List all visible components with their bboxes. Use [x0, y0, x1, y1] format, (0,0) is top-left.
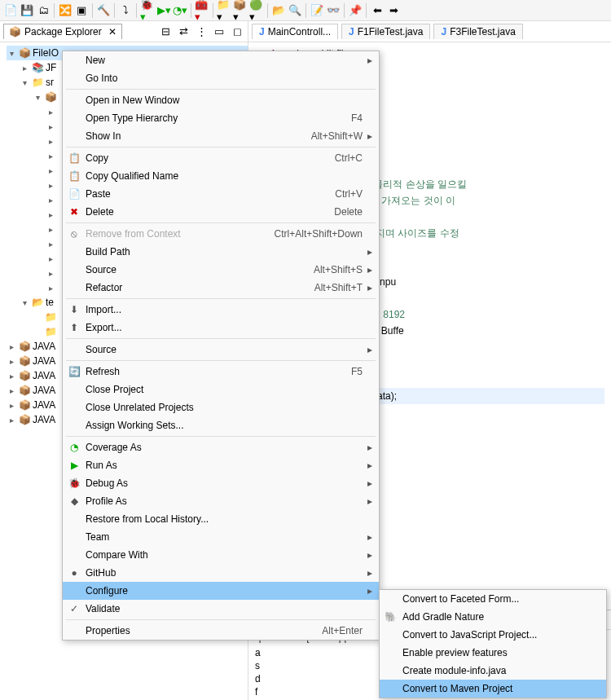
menu-item-assign-working-sets-[interactable]: Assign Working Sets... [63, 416, 379, 434]
debug-icon[interactable]: 🐞▾ [140, 3, 155, 18]
package-explorer-tab[interactable]: 📦 Package Explorer ✕ [3, 24, 122, 39]
menu-item-refactor[interactable]: RefactorAlt+Shift+T▸ [63, 279, 379, 297]
menu-item-build-path[interactable]: Build Path▸ [63, 243, 379, 261]
submenu-item-convert-to-faceted-form-[interactable]: Convert to Faceted Form... [380, 590, 606, 608]
menu-item-show-in[interactable]: Show InAlt+Shift+W▸ [63, 127, 379, 145]
expand-arrow-icon[interactable]: ▸ [46, 137, 55, 146]
expand-arrow-icon[interactable]: ▸ [46, 166, 55, 175]
expand-arrow-icon[interactable]: ▸ [7, 357, 16, 366]
menu-item-configure[interactable]: Configure▸ [63, 582, 379, 600]
submenu-item-enable-preview-features[interactable]: Enable preview features [380, 644, 606, 662]
collapse-icon[interactable]: ⊟ [158, 24, 173, 39]
new-project-icon[interactable]: 📁▾ [217, 3, 231, 18]
menu-item-import-[interactable]: ⬇Import... [63, 301, 379, 319]
menu-item-github[interactable]: ●GitHub▸ [63, 564, 379, 582]
build-icon[interactable]: 🔨 [96, 3, 111, 18]
expand-arrow-icon[interactable]: ▸ [46, 152, 55, 161]
menu-item-open-type-hierarchy[interactable]: Open Type HierarchyF4 [63, 109, 379, 127]
editor-tab[interactable]: JF1FileTest.java [341, 24, 430, 39]
expand-arrow-icon[interactable]: ▸ [46, 181, 55, 190]
new-icon[interactable]: 📄 [3, 3, 18, 18]
run-icon[interactable]: ▶▾ [156, 3, 171, 18]
menu-item-delete[interactable]: ✖DeleteDelete [63, 203, 379, 221]
menu-item-source[interactable]: Source▸ [63, 341, 379, 359]
expand-arrow-icon[interactable]: ▸ [46, 284, 55, 293]
menu-item-coverage-as[interactable]: ◔Coverage As▸ [63, 438, 379, 456]
expand-arrow-icon[interactable]: ▸ [7, 372, 16, 381]
expand-arrow-icon[interactable]: ▸ [46, 122, 55, 131]
switch-icon[interactable]: 🔀 [58, 3, 73, 18]
open-type-icon[interactable]: 📂 [271, 3, 286, 18]
filter-icon[interactable]: ⋮ [194, 24, 209, 39]
menu-item-close-unrelated-projects[interactable]: Close Unrelated Projects [63, 398, 379, 416]
submenu-item-convert-to-javascript-project-[interactable]: Convert to JavaScript Project... [380, 626, 606, 644]
menu-item-icon: ⬇ [66, 304, 82, 315]
context-menu[interactable]: New▸Go IntoOpen in New WindowOpen Type H… [62, 51, 380, 641]
expand-arrow-icon[interactable]: ▾ [7, 49, 16, 58]
submenu-item-create-module-info-java[interactable]: Create module-info.java [380, 662, 606, 680]
maximize-icon[interactable]: ◻ [230, 24, 244, 39]
expand-arrow-icon[interactable]: ▸ [46, 225, 55, 234]
expand-arrow-icon[interactable]: ▸ [46, 210, 55, 219]
back-icon[interactable]: ⬅ [370, 3, 385, 18]
task-icon[interactable]: 👓 [326, 3, 341, 18]
menu-item-run-as[interactable]: ▶Run As▸ [63, 456, 379, 474]
menu-shortcut: Alt+Shift+S [304, 264, 363, 275]
search-icon[interactable]: 🔍 [288, 3, 302, 18]
expand-arrow-icon[interactable]: ▸ [20, 64, 29, 73]
package-icon: 📦 [9, 26, 21, 37]
tree-node-icon: 📦 [18, 355, 31, 367]
menu-item-close-project[interactable]: Close Project [63, 381, 379, 398]
skip-icon[interactable]: ⤵ [118, 3, 133, 18]
menu-item-debug-as[interactable]: 🐞Debug As▸ [63, 474, 379, 492]
editor-tab[interactable]: JF3FileTest.java [433, 24, 522, 39]
editor-tab[interactable]: JMainControll... [252, 24, 338, 39]
close-icon[interactable]: ✕ [108, 26, 116, 37]
java-file-icon: J [441, 26, 446, 37]
expand-arrow-icon[interactable]: ▸ [7, 342, 16, 351]
menu-item-properties[interactable]: PropertiesAlt+Enter [63, 622, 379, 640]
expand-arrow-icon[interactable]: ▸ [7, 401, 16, 410]
expand-arrow-icon[interactable]: ▾ [20, 78, 29, 87]
forward-icon[interactable]: ➡ [386, 3, 401, 18]
coverage-icon[interactable]: ◔▾ [173, 3, 187, 18]
new-package-icon[interactable]: 📦▾ [233, 3, 248, 18]
menu-item-go-into[interactable]: Go Into [63, 69, 379, 87]
menu-item-export-[interactable]: ⬆Export... [63, 319, 379, 337]
menu-item-compare-with[interactable]: Compare With▸ [63, 546, 379, 564]
saveall-icon[interactable]: 🗂 [36, 3, 51, 18]
menu-item-source[interactable]: SourceAlt+Shift+S▸ [63, 261, 379, 279]
link-icon[interactable]: ⇄ [176, 24, 191, 39]
menu-item-team[interactable]: Team▸ [63, 528, 379, 546]
tree-node-icon: 📦 [18, 341, 31, 352]
submenu-item-convert-to-maven-project[interactable]: Convert to Maven Project [380, 680, 606, 698]
menu-item-copy-qualified-name[interactable]: 📋Copy Qualified Name [63, 167, 379, 185]
expand-arrow-icon[interactable]: ▸ [7, 386, 16, 395]
expand-arrow-icon[interactable]: ▸ [46, 108, 55, 117]
expand-arrow-icon[interactable]: ▾ [20, 298, 29, 307]
pin-icon[interactable]: 📌 [348, 3, 363, 18]
menu-item-new[interactable]: New▸ [63, 51, 379, 69]
menu-item-open-in-new-window[interactable]: Open in New Window [63, 91, 379, 109]
annotation-icon[interactable]: 📝 [310, 3, 324, 18]
configure-submenu[interactable]: Convert to Faceted Form...🐘Add Gradle Na… [379, 589, 607, 698]
terminal-icon[interactable]: ▣ [74, 3, 89, 18]
expand-arrow-icon[interactable]: ▸ [46, 240, 55, 249]
menu-item-label: Debug As [82, 478, 353, 489]
new-class-icon[interactable]: 🟢▾ [249, 3, 264, 18]
expand-arrow-icon[interactable]: ▸ [7, 416, 16, 425]
menu-item-profile-as[interactable]: ◆Profile As▸ [63, 492, 379, 510]
expand-arrow-icon[interactable]: ▸ [46, 196, 55, 205]
minimize-icon[interactable]: ▭ [212, 24, 226, 39]
expand-arrow-icon[interactable]: ▸ [46, 254, 55, 263]
expand-arrow-icon[interactable]: ▸ [46, 269, 55, 278]
submenu-item-add-gradle-nature[interactable]: 🐘Add Gradle Nature [380, 608, 606, 626]
menu-item-restore-from-local-history-[interactable]: Restore from Local History... [63, 510, 379, 528]
menu-item-copy[interactable]: 📋CopyCtrl+C [63, 149, 379, 167]
save-icon[interactable]: 💾 [20, 3, 34, 18]
menu-item-refresh[interactable]: 🔄RefreshF5 [63, 363, 379, 381]
menu-item-validate[interactable]: ✓Validate [63, 600, 379, 618]
ext-run-icon[interactable]: 🧰▾ [195, 3, 209, 18]
menu-item-paste[interactable]: 📄PasteCtrl+V [63, 185, 379, 203]
expand-arrow-icon[interactable]: ▾ [33, 93, 42, 102]
